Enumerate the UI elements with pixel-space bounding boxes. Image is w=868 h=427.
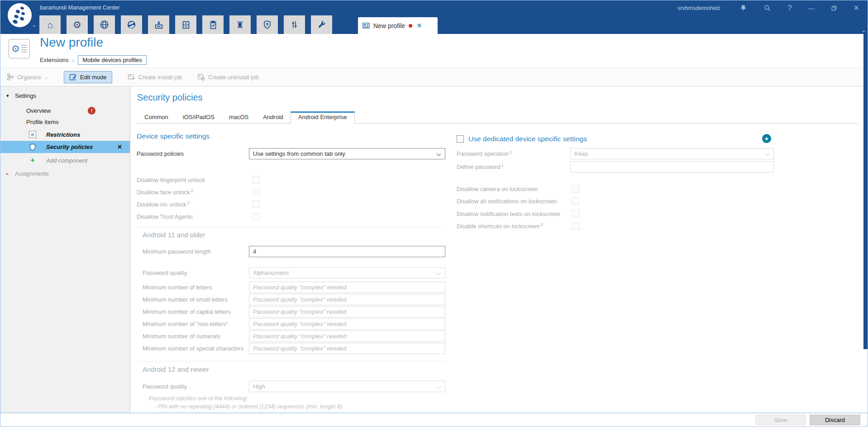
min-special-chars-label: Minimum number of special characters (143, 345, 249, 352)
page-header: ⚙ New profile Extensions › Mobile device… (0, 34, 868, 67)
nav-compliance-button[interactable] (202, 15, 224, 34)
nav-security-button[interactable] (257, 15, 278, 34)
save-button[interactable]: Save (755, 415, 806, 425)
dedicated-settings-heading: Use dedicated device specific settings (468, 135, 587, 143)
password-operation-label: Password operation1 (457, 150, 570, 157)
tree-node-settings[interactable]: ▾ Settings (0, 90, 130, 101)
restore-button[interactable] (831, 5, 837, 11)
logo-menu-chevron-icon[interactable]: ⌄ (32, 22, 36, 28)
content-heading: Security policies (137, 92, 203, 103)
use-dedicated-settings-checkbox[interactable] (457, 135, 464, 143)
star-badge-icon: ★ (762, 134, 771, 143)
title-bar: baramundi Management Center srvbmsdemohe… (0, 0, 868, 15)
disallow-notification-texts-checkbox[interactable] (572, 210, 579, 217)
tab-ios-ipados[interactable]: iOS/iPadOS (176, 111, 222, 123)
create-uninstall-job-button[interactable]: Create uninstall job (197, 74, 258, 81)
content-panel: Security policies Common iOS/iPadOS macO… (131, 86, 864, 413)
tower-rook-icon: ♜ (236, 20, 244, 29)
create-install-job-button[interactable]: Create install job (128, 74, 182, 81)
tab-android[interactable]: Android (256, 111, 291, 123)
nav-software-button[interactable] (148, 15, 169, 34)
password-quality-12-select[interactable]: High (249, 381, 445, 392)
section-heading: Device specific settings (137, 132, 210, 140)
disallow-iris-unlock-checkbox[interactable] (253, 201, 260, 208)
disallow-fingerprint-checkbox[interactable] (253, 176, 260, 183)
nav-filters-button[interactable] (284, 15, 305, 34)
breadcrumb-current[interactable]: Mobile devices profiles (78, 55, 147, 65)
min-capital-letters-label: Minimum number of capital letters (143, 308, 249, 315)
search-icon[interactable] (763, 4, 771, 12)
tab-android-enterprise[interactable]: Android Enterprise (291, 111, 355, 124)
organize-caret-icon: ⌄ (44, 74, 48, 80)
tree-node-add-component[interactable]: + Add component (0, 155, 130, 166)
quality-note-line2: - PIN with no repeating (4444) or ordere… (154, 403, 342, 410)
disallow-trust-agents-checkbox[interactable] (253, 213, 260, 220)
install-job-icon (128, 74, 135, 81)
nav-jobs-button[interactable]: ⚙ (67, 15, 88, 34)
close-button[interactable]: ✕ (854, 5, 859, 12)
document-tab-new-profile[interactable]: New profile ✕ (358, 17, 438, 34)
password-quality-select[interactable]: Alphanumeric (249, 267, 445, 278)
discard-button[interactable]: Discard (810, 415, 860, 425)
remove-component-icon[interactable]: ✕ (117, 144, 122, 150)
uninstall-job-icon (197, 74, 205, 81)
application-window: baramundi Management Center srvbmsdemohe… (0, 0, 868, 427)
min-password-length-input[interactable] (249, 246, 445, 257)
define-password-label: Define password1 (457, 163, 570, 170)
organize-tree-icon (7, 73, 14, 81)
globe-icon (99, 19, 110, 30)
define-password-input[interactable] (570, 161, 774, 173)
tree-node-overview[interactable]: Overview ! (0, 105, 130, 116)
collapsed-arrow-icon[interactable]: ▸ (6, 171, 9, 177)
password-policies-select[interactable]: Use settings from common tab only (249, 148, 445, 159)
gear-icon: ⚙ (73, 20, 81, 29)
breadcrumb-root[interactable]: Extensions (40, 57, 69, 63)
nav-environment-button[interactable] (94, 15, 115, 34)
tree-node-assignments[interactable]: ▸ Assignments (0, 168, 130, 179)
tab-common[interactable]: Common (137, 111, 176, 123)
ribbon-collapse-chevron-icon[interactable]: ⌄ (861, 27, 866, 34)
notifications-bell-icon[interactable] (739, 4, 747, 12)
install-box-icon (154, 20, 164, 30)
password-operation-select[interactable]: Keep (570, 148, 774, 159)
edit-mode-button[interactable]: Edit mode (64, 71, 112, 83)
disallow-camera-lockscreen-label: Disallow camera on lockscreen (457, 185, 570, 192)
min-letters-input[interactable] (249, 282, 445, 293)
min-non-letters-label: Minimum number of "non-letters" (143, 321, 249, 327)
nav-internet-button[interactable] (121, 15, 142, 34)
window-edge-strip (863, 34, 868, 349)
world-icon (126, 19, 137, 30)
min-small-letters-input[interactable] (249, 294, 445, 305)
disallow-camera-lockscreen-checkbox[interactable] (572, 185, 579, 192)
profile-doc-icon: ⚙ (9, 39, 30, 58)
min-non-letters-input[interactable] (249, 318, 445, 330)
server-name: srvbmsdemohetz (677, 5, 720, 11)
help-icon[interactable]: ? (787, 4, 792, 12)
tree-node-security-policies[interactable]: Security policies ✕ (0, 141, 130, 153)
disallow-face-unlock-checkbox[interactable] (253, 188, 260, 196)
android11-heading: Android 11 and older (143, 231, 205, 239)
minimize-button[interactable]: — (808, 5, 815, 11)
min-numerals-input[interactable] (249, 331, 445, 342)
expanded-arrow-icon[interactable]: ▾ (6, 93, 9, 99)
disable-shortcuts-lockscreen-checkbox[interactable] (572, 222, 579, 230)
ribbon-bar: ⌂ ⚙ ♜ (0, 15, 868, 34)
page-title: New profile (40, 35, 103, 50)
disallow-iris-unlock-label: Disallow iris unlock2 (137, 201, 249, 208)
profile-card-icon (362, 23, 370, 29)
min-capital-letters-input[interactable] (249, 306, 445, 317)
organize-button[interactable]: Organize ⌄ (7, 73, 48, 81)
tree-node-restrictions[interactable]: ⚙ Restrictions (0, 129, 130, 140)
min-special-chars-input[interactable] (249, 343, 445, 354)
nav-defense-button[interactable]: ♜ (229, 15, 251, 34)
tree-node-profile-items[interactable]: Profile items (0, 116, 130, 127)
min-small-letters-label: Minimum number of small letters (143, 296, 249, 303)
nav-home-button[interactable]: ⌂ (39, 15, 61, 34)
tab-close-icon[interactable]: ✕ (417, 22, 422, 29)
nav-tools-button[interactable] (311, 15, 332, 34)
nav-inventory-button[interactable] (175, 15, 196, 34)
disallow-all-notifications-checkbox[interactable] (572, 197, 579, 205)
disable-shortcuts-lockscreen-label: Disable shortcuts on lockscreen3 (457, 222, 570, 230)
settings-tree-sidebar: ▾ Settings Overview ! Profile items ⚙ Re… (0, 86, 130, 413)
tab-macos[interactable]: macOS (222, 111, 256, 123)
